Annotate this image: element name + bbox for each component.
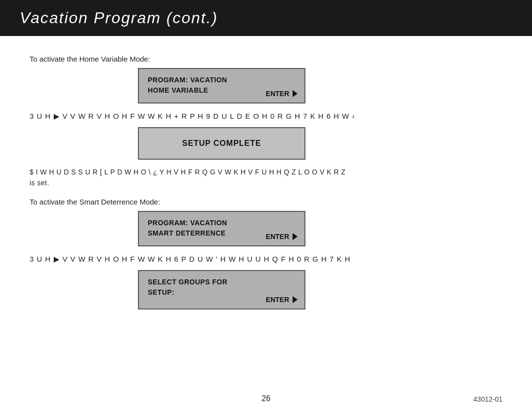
page-title: Vacation Program (cont.): [0, 0, 532, 36]
doc-number: 43012-01: [473, 395, 502, 403]
setup-complete-text: SETUP COMPLETE: [148, 139, 296, 148]
enter-arrow-icon-2: [293, 233, 298, 240]
smart-deterrence-screen: PROGRAM: VACATION SMART DETERRENCE ENTER: [138, 211, 305, 246]
title-text: Vacation Program (cont.): [20, 9, 218, 27]
enter-label-2: ENTER: [266, 233, 298, 240]
screen3-line1: SELECT GROUPS FOR SETUP:: [148, 277, 296, 298]
instruction-row-2: 3 U H ▶ V V W R V H O H F W W K H 6 P D …: [30, 253, 502, 265]
instruction-row-1: 3 U H ▶ V V W R V H O H F W W K H + R P …: [30, 110, 502, 122]
enter-label-1: ENTER: [266, 90, 298, 98]
enter-arrow-icon-1: [293, 90, 298, 97]
section1-label: To activate the Home Variable Mode:: [30, 55, 502, 63]
setup-complete-box: SETUP COMPLETE: [138, 127, 305, 160]
enter-label-3: ENTER: [266, 296, 298, 304]
after-text: $ I W H U D S S U R [ L P D W H O \ ¿ Y …: [30, 167, 502, 189]
enter-arrow-icon-3: [293, 296, 298, 303]
section2-label: To activate the Smart Deterrence Mode:: [30, 198, 502, 206]
select-groups-screen: SELECT GROUPS FOR SETUP: ENTER: [138, 270, 305, 309]
page-number: 26: [0, 394, 532, 403]
home-variable-screen: PROGRAM: VACATION HOME VARIABLE ENTER: [138, 68, 305, 103]
